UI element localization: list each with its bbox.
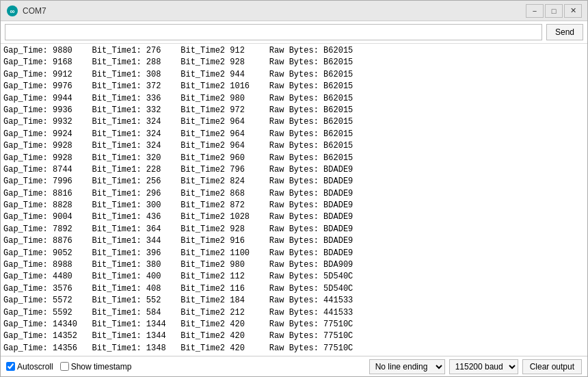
- send-input[interactable]: [5, 24, 542, 40]
- output-line: Gap_Time: 8744 Bit_Time1: 228 Bit_Time2 …: [3, 164, 585, 176]
- line-ending-select[interactable]: No line endingNewlineCarriage returnBoth…: [369, 359, 445, 374]
- show-timestamp-checkbox[interactable]: [60, 362, 69, 371]
- main-window: ∞ COM7 − □ ✕ Send Gap_Time: 9880 Bit_Tim…: [0, 0, 588, 377]
- svg-text:∞: ∞: [10, 8, 14, 15]
- output-line: Gap_Time: 8876 Bit_Time1: 344 Bit_Time2 …: [3, 235, 585, 247]
- autoscroll-label[interactable]: Autoscroll: [6, 362, 53, 372]
- show-timestamp-label[interactable]: Show timestamp: [60, 362, 132, 372]
- output-line: Gap_Time: 5592 Bit_Time1: 584 Bit_Time2 …: [3, 307, 585, 319]
- output-line: Gap_Time: 9924 Bit_Time1: 324 Bit_Time2 …: [3, 129, 585, 140]
- output-line: Gap_Time: 9928 Bit_Time1: 324 Bit_Time2 …: [3, 140, 585, 152]
- output-line: Gap_Time: 9912 Bit_Time1: 308 Bit_Time2 …: [3, 69, 585, 81]
- output-line: Gap_Time: 9168 Bit_Time1: 288 Bit_Time2 …: [3, 57, 585, 68]
- close-button[interactable]: ✕: [564, 4, 582, 18]
- baud-rate-select[interactable]: 300 baud1200 baud2400 baud4800 baud9600 …: [449, 359, 518, 374]
- output-line: Gap_Time: 9944 Bit_Time1: 336 Bit_Time2 …: [3, 93, 585, 105]
- output-line: Gap_Time: 8988 Bit_Time1: 380 Bit_Time2 …: [3, 259, 585, 271]
- autoscroll-checkbox[interactable]: [6, 362, 15, 371]
- output-line: Gap_Time: 3576 Bit_Time1: 408 Bit_Time2 …: [3, 283, 585, 295]
- window-title: COM7: [23, 6, 526, 16]
- send-button[interactable]: Send: [546, 24, 583, 40]
- output-line: Gap_Time: 14340 Bit_Time1: 1344 Bit_Time…: [3, 319, 585, 330]
- output-line: Gap_Time: 14352 Bit_Time1: 1344 Bit_Time…: [3, 330, 585, 342]
- show-timestamp-text: Show timestamp: [71, 362, 132, 372]
- output-line: Gap_Time: 8828 Bit_Time1: 300 Bit_Time2 …: [3, 200, 585, 211]
- output-line: Gap_Time: 9932 Bit_Time1: 324 Bit_Time2 …: [3, 116, 585, 128]
- output-line: Gap_Time: 8816 Bit_Time1: 296 Bit_Time2 …: [3, 188, 585, 200]
- output-line: Gap_Time: 9880 Bit_Time1: 276 Bit_Time2 …: [3, 45, 585, 57]
- output-line: Gap_Time: 7996 Bit_Time1: 256 Bit_Time2 …: [3, 176, 585, 187]
- status-left: Autoscroll Show timestamp: [6, 362, 362, 372]
- output-line: Gap_Time: 5572 Bit_Time1: 552 Bit_Time2 …: [3, 295, 585, 307]
- output-line: Gap_Time: 9052 Bit_Time1: 396 Bit_Time2 …: [3, 248, 585, 259]
- output-line: Gap_Time: 9928 Bit_Time1: 320 Bit_Time2 …: [3, 153, 585, 164]
- status-right: No line endingNewlineCarriage returnBoth…: [369, 359, 582, 374]
- clear-output-button[interactable]: Clear output: [522, 359, 582, 374]
- maximize-button[interactable]: □: [545, 4, 563, 18]
- minimize-button[interactable]: −: [526, 4, 544, 18]
- title-bar: ∞ COM7 − □ ✕: [1, 1, 587, 21]
- output-line: Gap_Time: 9004 Bit_Time1: 436 Bit_Time2 …: [3, 211, 585, 223]
- output-line: Gap_Time: 14356 Bit_Time1: 1348 Bit_Time…: [3, 343, 585, 354]
- status-bar: Autoscroll Show timestamp No line ending…: [1, 356, 587, 376]
- output-line: Gap_Time: 9976 Bit_Time1: 372 Bit_Time2 …: [3, 81, 585, 92]
- autoscroll-text: Autoscroll: [17, 362, 53, 372]
- arduino-logo-icon: ∞: [6, 5, 18, 17]
- output-line: Gap_Time: 9936 Bit_Time1: 332 Bit_Time2 …: [3, 105, 585, 116]
- output-line: Gap_Time: 7892 Bit_Time1: 364 Bit_Time2 …: [3, 224, 585, 235]
- window-controls: − □ ✕: [526, 4, 582, 18]
- output-line: Gap_Time: 4480 Bit_Time1: 400 Bit_Time2 …: [3, 271, 585, 283]
- serial-output[interactable]: Gap_Time: 9880 Bit_Time1: 276 Bit_Time2 …: [1, 44, 587, 356]
- send-toolbar: Send: [1, 21, 587, 44]
